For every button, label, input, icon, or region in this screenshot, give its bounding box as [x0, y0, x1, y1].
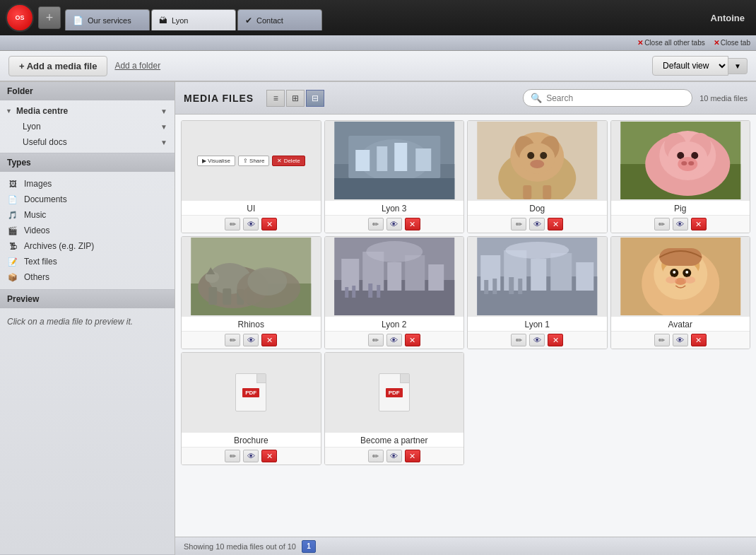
tab-contact[interactable]: ✔ Contact	[237, 9, 322, 30]
close-tab-button[interactable]: ✕ Close tab	[714, 39, 750, 47]
svg-rect-4	[355, 150, 370, 171]
svg-point-67	[505, 242, 569, 259]
search-icon: 🔍	[531, 93, 542, 103]
svg-rect-63	[484, 280, 488, 294]
lyon2-image	[325, 238, 464, 315]
media-actions-lyon3: ✏ 👁 ✕	[325, 215, 464, 233]
media-card-ui: ▶ Visualise ⇪ Share ✕ Delete UI ✏ 👁 ✕	[181, 120, 321, 233]
media-card-lyon3: Lyon 3 ✏ 👁 ✕	[324, 120, 465, 233]
edit-button[interactable]: ✏	[654, 218, 670, 230]
folder-section: Folder ▼ Media centre ▼ Lyon ▼ Useful do…	[0, 82, 175, 153]
delete-button[interactable]: ✕	[261, 218, 277, 230]
view-button[interactable]: 👁	[529, 334, 545, 346]
svg-rect-18	[523, 185, 531, 199]
search-input[interactable]	[546, 93, 685, 103]
svg-rect-53	[368, 284, 372, 298]
close-all-tabs-button[interactable]: ✕ Close all other tabs	[637, 39, 705, 47]
media-card-dog: Dog ✏ 👁 ✕	[467, 120, 608, 233]
bottom-bar: Showing 10 media files out of 10 1	[175, 537, 756, 555]
edit-button[interactable]: ✏	[511, 334, 526, 346]
large-grid-view-button[interactable]: ⊟	[306, 90, 324, 107]
edit-button[interactable]: ✏	[225, 334, 240, 346]
view-dropdown[interactable]: Default view	[652, 56, 728, 76]
page-1-button[interactable]: 1	[302, 540, 316, 553]
folder-item-lyon[interactable]: Lyon ▼	[0, 119, 175, 134]
folder-dropdown-icon: ▼	[160, 123, 167, 131]
edit-button[interactable]: ✏	[654, 334, 670, 346]
view-button[interactable]: 👁	[673, 334, 688, 346]
folder-dropdown-icon: ▼	[160, 107, 167, 115]
type-item-others[interactable]: 📦 Others	[0, 269, 175, 285]
media-actions-pig: ✏ 👁 ✕	[611, 215, 750, 233]
edit-button[interactable]: ✏	[368, 450, 384, 462]
grid-view-button[interactable]: ⊞	[286, 90, 305, 107]
media-thumb-avatar	[611, 237, 750, 316]
view-button[interactable]: 👁	[386, 218, 402, 230]
new-tab-button[interactable]: +	[38, 6, 61, 29]
delete-button[interactable]: ✕	[261, 334, 277, 346]
view-button[interactable]: 👁	[243, 218, 259, 230]
view-select[interactable]: Default view ▼	[652, 56, 748, 76]
svg-rect-5	[377, 146, 387, 171]
svg-point-76	[673, 271, 675, 274]
delete-button[interactable]: ✕	[548, 218, 563, 230]
folder-tree: ▼ Media centre ▼ Lyon ▼ Useful docs ▼	[0, 100, 175, 153]
delete-button[interactable]: ✕	[548, 334, 563, 346]
view-button[interactable]: 👁	[673, 218, 688, 230]
folder-item-media-centre[interactable]: ▼ Media centre ▼	[0, 103, 175, 119]
edit-button[interactable]: ✏	[368, 218, 384, 230]
type-item-text-files[interactable]: 📝 Text files	[0, 254, 175, 269]
media-name-become-a-partner: Become a partner	[325, 432, 464, 447]
media-actions-ui: ✏ 👁 ✕	[182, 215, 321, 233]
delete-button[interactable]: ✕	[405, 334, 420, 346]
media-name-rhinos: Rhinos	[182, 316, 321, 331]
media-actions-lyon2: ✏ 👁 ✕	[325, 331, 464, 349]
edit-button[interactable]: ✏	[225, 218, 240, 230]
edit-button[interactable]: ✏	[225, 450, 240, 462]
type-item-music[interactable]: 🎵 Music	[0, 207, 175, 223]
media-card-pig: Pig ✏ 👁 ✕	[610, 120, 751, 233]
pdf-document-icon: PDF	[379, 373, 410, 411]
delete-button[interactable]: ✕	[691, 218, 707, 230]
view-button[interactable]: 👁	[386, 450, 402, 462]
svg-rect-19	[543, 185, 551, 199]
lyon3-image	[325, 122, 464, 199]
avatar-image	[611, 238, 750, 315]
delete-button[interactable]: ✕	[405, 450, 420, 462]
view-dropdown-arrow[interactable]: ▼	[728, 58, 748, 74]
folder-item-useful-docs[interactable]: Useful docs ▼	[0, 134, 175, 150]
archives-icon: 🗜	[7, 241, 18, 251]
media-grid: ▶ Visualise ⇪ Share ✕ Delete UI ✏ 👁 ✕	[175, 115, 756, 537]
edit-button[interactable]: ✏	[511, 218, 526, 230]
list-view-button[interactable]: ≡	[266, 90, 285, 107]
svg-point-30	[681, 161, 687, 165]
type-item-archives[interactable]: 🗜 Archives (e.g. ZIP)	[0, 238, 175, 254]
content-header: MEDIA FILES ≡ ⊞ ⊟ 🔍 10 media files	[175, 82, 756, 115]
svg-rect-6	[394, 143, 407, 171]
delete-button[interactable]: ✕	[261, 450, 277, 462]
rhinos-image	[182, 238, 321, 315]
edit-button[interactable]: ✏	[368, 334, 384, 346]
delete-button[interactable]: ✕	[691, 334, 707, 346]
view-button[interactable]: 👁	[386, 334, 402, 346]
add-media-button[interactable]: + Add a media file	[8, 56, 107, 76]
tab-our-services[interactable]: 📄 Our services	[65, 9, 150, 30]
tab-icon: 📄	[73, 16, 83, 25]
delete-button[interactable]: ✕	[405, 218, 420, 230]
tab-lyon[interactable]: 🏔 Lyon	[151, 9, 236, 30]
type-item-documents[interactable]: 📄 Documents	[0, 192, 175, 207]
view-button[interactable]: 👁	[243, 450, 259, 462]
images-icon: 🖼	[7, 179, 18, 189]
tab-icon: ✔	[245, 16, 252, 25]
view-button[interactable]: 👁	[243, 334, 259, 346]
type-item-videos[interactable]: 🎬 Videos	[0, 223, 175, 238]
type-item-images[interactable]: 🖼 Images	[0, 176, 175, 192]
media-files-title: MEDIA FILES	[184, 93, 254, 104]
media-name-brochure: Brochure	[182, 432, 321, 447]
folder-dropdown-icon: ▼	[160, 139, 167, 146]
view-button[interactable]: 👁	[529, 218, 545, 230]
preview-section-header: Preview	[0, 290, 175, 308]
media-name-lyon1: Lyon 1	[468, 316, 607, 331]
add-folder-button[interactable]: Add a folder	[114, 61, 160, 71]
media-actions-rhinos: ✏ 👁 ✕	[182, 331, 321, 349]
